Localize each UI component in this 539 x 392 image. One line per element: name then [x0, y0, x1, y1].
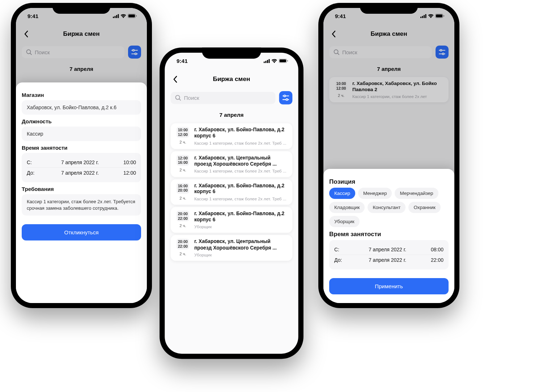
wifi-icon [271, 59, 277, 63]
shift-start: 20:00 [178, 239, 188, 244]
shift-duration: 2 ч. [179, 168, 186, 172]
shift-address: г. Хабаровск, ул. Бойко-Павлова, д.2 кор… [194, 183, 288, 195]
shift-duration: 2 ч. [179, 196, 186, 200]
time-from-label: С: [334, 247, 350, 252]
svg-line-21 [179, 99, 181, 100]
apply-filter-button[interactable]: Применить [329, 278, 449, 294]
status-time: 9:41 [177, 58, 188, 64]
time-to-value: 12:00 [117, 170, 136, 176]
shift-card[interactable]: 20:00 22:00 2 ч. г. Хабаровск, ул. Бойко… [171, 207, 293, 233]
status-indicators [264, 59, 288, 63]
svg-rect-16 [269, 59, 270, 63]
chevron-left-icon [173, 76, 177, 83]
device-notch [360, 3, 418, 14]
position-chip[interactable]: Охранник [408, 202, 440, 213]
shift-address: г. Хабаровск, ул. Бойко-Павлова, д.2 кор… [194, 127, 288, 139]
time-from-label: С: [27, 159, 43, 165]
shift-start: 12:00 [178, 155, 188, 160]
shift-start: 10:00 [178, 128, 188, 132]
shift-end: 22:00 [178, 244, 188, 249]
time-to-date: 7 апреля 2022 г. [43, 170, 117, 176]
time-to-label: До: [27, 170, 43, 176]
search-placeholder: Поиск [184, 95, 199, 101]
filter-bottom-sheet: Позиция КассирМенеджерМерчендайзерКладов… [323, 169, 454, 303]
svg-rect-13 [264, 61, 265, 63]
shift-address: г. Хабаровск, ул. Центральный проезд Хор… [194, 155, 288, 167]
label-position: Должность [22, 118, 141, 124]
device-notch [52, 3, 110, 14]
apply-shift-button[interactable]: Откликнуться [22, 224, 141, 240]
field-store[interactable]: Хабаровск, ул. Бойко-Павлова, д.2 к.6 [22, 100, 141, 115]
label-time: Время занятости [329, 231, 449, 238]
time-range-box: С: 7 апреля 2022 г. 08:00 До: 7 апреля 2… [329, 240, 449, 269]
position-chip[interactable]: Мерчендайзер [395, 188, 438, 199]
shift-start: 16:00 [178, 183, 188, 188]
shift-duration: 2 ч. [179, 224, 186, 228]
time-from-value: 10:00 [117, 159, 136, 165]
shift-subtitle: Кассир 1 категории, стаж более 2х лет. Т… [194, 197, 288, 201]
shift-address: г. Хабаровск, ул. Бойко-Павлова, д.2 кор… [194, 211, 288, 223]
label-store: Магазин [22, 92, 141, 98]
time-to-label: До: [334, 257, 350, 263]
cellular-icon [264, 59, 270, 63]
page-title: Биржа смен [165, 76, 298, 83]
label-position: Позиция [329, 178, 449, 186]
screen: 9:41 Биржа смен Поиск [323, 8, 454, 303]
shift-duration: 2 ч. [179, 140, 186, 144]
sliders-icon [283, 95, 289, 101]
label-time: Время занятости [22, 145, 141, 151]
time-to-row[interactable]: До: 7 апреля 2022 г. 22:00 [334, 255, 443, 265]
position-chip[interactable]: Кассир [329, 188, 355, 199]
shift-times: 20:00 22:00 2 ч. [175, 239, 191, 257]
shift-start: 20:00 [178, 212, 188, 216]
label-requirements: Требования [22, 186, 141, 192]
shift-times: 16:00 20:00 2 ч. [175, 183, 191, 201]
time-to-date: 7 апреля 2022 г. [350, 257, 425, 263]
shift-card[interactable]: 10:00 12:00 2 ч. г. Хабаровск, ул. Бойко… [171, 123, 293, 149]
position-chip[interactable]: Уборщик [329, 216, 360, 227]
position-chip-row: КассирМенеджерМерчендайзерКладовщикКонсу… [329, 188, 449, 227]
shift-end: 22:00 [178, 216, 188, 221]
svg-rect-19 [287, 60, 288, 61]
shift-end: 20:00 [178, 188, 188, 193]
position-chip[interactable]: Менеджер [358, 188, 392, 199]
filter-button[interactable] [279, 91, 293, 105]
battery-icon [279, 59, 288, 63]
field-requirements: Кассир 1 категории, стаж более 2х лет. Т… [22, 194, 141, 216]
search-input[interactable]: Поиск [171, 91, 276, 104]
device-notch [202, 48, 261, 59]
screen: 9:41 Биржа смен Поиск [16, 8, 147, 303]
time-from-row[interactable]: С: 7 апреля 2022 г. 10:00 [27, 157, 136, 167]
shift-card[interactable]: 20:00 22:00 2 ч. г. Хабаровск, ул. Центр… [171, 235, 293, 261]
shift-card[interactable]: 16:00 20:00 2 ч. г. Хабаровск, ул. Бойко… [171, 179, 293, 205]
shift-times: 20:00 22:00 2 ч. [175, 211, 191, 229]
shift-duration: 2 ч. [179, 252, 186, 256]
shift-subtitle: Уборщик [194, 225, 288, 229]
shift-subtitle: Уборщик [194, 252, 288, 257]
shift-subtitle: Кассир 1 категории, стаж более 2х лет. Т… [194, 141, 288, 145]
svg-rect-15 [267, 60, 268, 63]
screen: 9:41 Биржа смен Поиск 7 апреля [165, 53, 298, 354]
svg-rect-18 [280, 59, 286, 62]
phone-mockup-detail: 9:41 Биржа смен Поиск [11, 3, 152, 308]
phone-mockup-list: 9:41 Биржа смен Поиск 7 апреля [160, 48, 304, 359]
nav-bar: Биржа смен [165, 69, 298, 90]
time-from-date: 7 апреля 2022 г. [43, 159, 117, 165]
back-button[interactable] [168, 72, 183, 87]
date-header: 7 апреля [165, 109, 298, 121]
time-to-row[interactable]: До: 7 апреля 2022 г. 12:00 [27, 167, 136, 178]
time-to-value: 22:00 [425, 257, 443, 263]
time-from-value: 08:00 [425, 247, 443, 252]
search-row: Поиск [165, 90, 298, 109]
position-chip[interactable]: Консультант [368, 202, 406, 213]
time-from-row[interactable]: С: 7 апреля 2022 г. 08:00 [334, 244, 443, 255]
detail-bottom-sheet: Магазин Хабаровск, ул. Бойко-Павлова, д.… [16, 82, 147, 303]
shift-address: г. Хабаровск, ул. Центральный проезд Хор… [194, 239, 288, 251]
field-position[interactable]: Кассир [22, 127, 141, 141]
shift-times: 12:00 16:00 2 ч. [175, 155, 191, 173]
time-range-box: С: 7 апреля 2022 г. 10:00 До: 7 апреля 2… [22, 153, 141, 182]
shift-end: 12:00 [178, 132, 188, 137]
shift-list: 10:00 12:00 2 ч. г. Хабаровск, ул. Бойко… [165, 123, 298, 261]
position-chip[interactable]: Кладовщик [329, 202, 365, 213]
shift-card[interactable]: 12:00 16:00 2 ч. г. Хабаровск, ул. Центр… [171, 151, 293, 177]
